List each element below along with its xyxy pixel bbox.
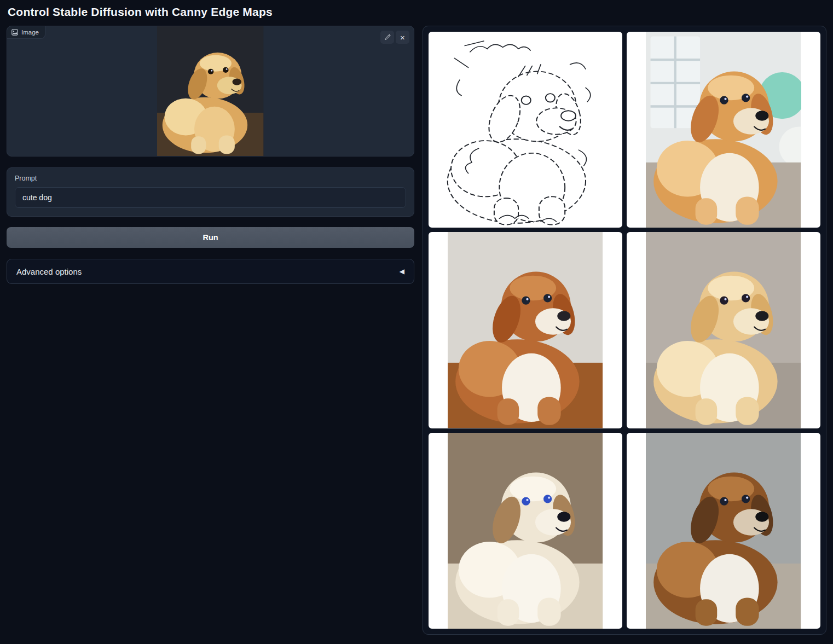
advanced-options-accordion[interactable]: Advanced options ◀ [7,259,414,284]
edit-button[interactable] [380,31,394,44]
input-image-component[interactable]: Image × [7,26,414,156]
prompt-label: Prompt [15,175,406,182]
gallery-item-generated-dog-3[interactable] [627,232,820,428]
image-label-text: Image [21,29,39,36]
page-title: Control Stable Diffusion with Canny Edge… [8,5,825,19]
main-layout: Image × Prompt Run [7,26,826,635]
edit-icon [384,34,391,41]
run-button[interactable]: Run [7,227,414,248]
output-gallery [423,26,826,635]
gallery-item-generated-dog-2[interactable] [429,232,622,428]
advanced-options-label: Advanced options [16,267,82,276]
prompt-block: Prompt [7,167,414,217]
image-toolbar: × [380,31,409,44]
gallery-item-generated-dog-1[interactable] [627,32,820,228]
prompt-input[interactable] [15,187,406,208]
clear-icon: × [400,33,405,42]
gallery-item-generated-dog-4[interactable] [429,433,622,629]
input-image-preview [157,26,263,156]
app-page: Control Stable Diffusion with Canny Edge… [0,0,833,644]
gallery-item-generated-dog-5[interactable] [627,433,820,629]
image-label: Image [7,26,45,39]
controls-column: Image × Prompt Run [7,26,414,284]
chevron-left-icon: ◀ [400,268,404,275]
gallery-item-canny-edge-map[interactable] [429,32,622,228]
clear-button[interactable]: × [396,31,409,44]
image-icon [11,29,18,36]
